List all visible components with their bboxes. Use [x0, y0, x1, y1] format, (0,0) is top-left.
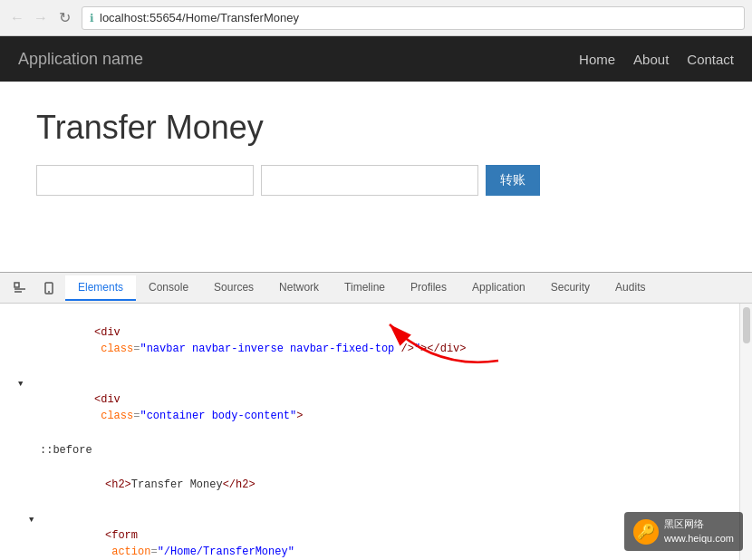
code-text: <h2>Transfer Money</h2>	[40, 460, 255, 509]
code-text: <form action="/Home/TransferMoney" metho…	[40, 511, 294, 560]
tab-sources[interactable]: Sources	[201, 275, 266, 301]
money-input[interactable]	[261, 165, 478, 196]
code-line: <div class="navbar navbar-inverse navbar…	[0, 307, 739, 374]
navbar-links: Home About Contact	[579, 52, 734, 67]
webpage: Application name Home About Contact Tran…	[0, 36, 752, 272]
code-text: ::before	[40, 442, 92, 459]
watermark-icon: 🔑	[633, 519, 659, 545]
watermark-text: 黑区网络 www.heiqu.com	[664, 517, 734, 546]
tab-timeline[interactable]: Timeline	[332, 275, 398, 301]
scroll-thumb[interactable]	[743, 307, 750, 343]
mobile-icon[interactable]	[36, 275, 62, 301]
tab-security[interactable]: Security	[538, 275, 603, 301]
forward-button[interactable]: →	[31, 8, 51, 28]
nav-buttons: ← → ↻	[7, 8, 74, 28]
watermark: 🔑 黑区网络 www.heiqu.com	[624, 512, 743, 551]
triangle[interactable]	[29, 511, 40, 528]
triangle[interactable]	[18, 375, 29, 392]
lock-icon: ℹ	[90, 12, 94, 24]
page-title: Transfer Money	[36, 109, 716, 147]
code-text: <div class="navbar navbar-inverse navbar…	[29, 308, 467, 373]
code-line: ::before	[0, 441, 739, 459]
devtools-tabs: Elements Console Sources Network Timelin…	[0, 273, 752, 304]
nav-link-about[interactable]: About	[633, 52, 669, 67]
tab-elements[interactable]: Elements	[65, 275, 136, 301]
to-account-input[interactable]	[36, 165, 254, 196]
tab-audits[interactable]: Audits	[603, 275, 658, 301]
watermark-site: 黑区网络	[664, 517, 734, 531]
watermark-url: www.heiqu.com	[664, 532, 734, 546]
inspector-icon[interactable]	[7, 275, 33, 301]
refresh-button[interactable]: ↻	[54, 8, 74, 28]
address-text: localhost:55654/Home/TransferMoney	[100, 11, 299, 24]
tab-application[interactable]: Application	[459, 275, 538, 301]
code-text: <div class="container body-content">	[29, 375, 303, 440]
address-bar[interactable]: ℹ localhost:55654/Home/TransferMoney	[82, 6, 745, 30]
page-content: Transfer Money 转账	[0, 82, 752, 223]
navbar: Application name Home About Contact	[0, 36, 752, 82]
svg-rect-0	[14, 283, 19, 287]
navbar-brand: Application name	[18, 50, 552, 69]
nav-link-home[interactable]: Home	[579, 52, 615, 67]
tab-network[interactable]: Network	[266, 275, 332, 301]
code-line: <h2>Transfer Money</h2>	[0, 459, 739, 510]
tab-console[interactable]: Console	[136, 275, 201, 301]
tab-profiles[interactable]: Profiles	[398, 275, 459, 301]
submit-button[interactable]: 转账	[486, 165, 540, 196]
transfer-form: 转账	[36, 165, 716, 196]
nav-link-contact[interactable]: Contact	[687, 52, 734, 67]
back-button[interactable]: ←	[7, 8, 27, 28]
browser-chrome: ← → ↻ ℹ localhost:55654/Home/TransferMon…	[0, 0, 752, 36]
code-line: <div class="container body-content">	[0, 374, 739, 441]
